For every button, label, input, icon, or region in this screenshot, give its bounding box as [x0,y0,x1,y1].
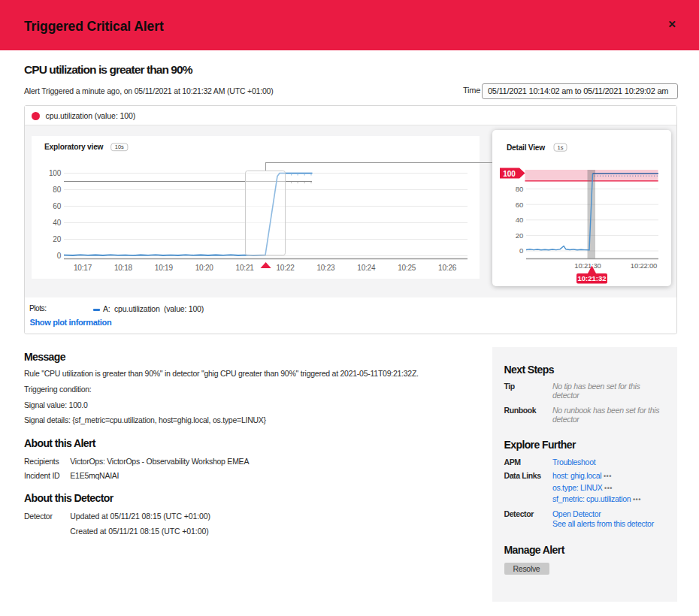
svg-text:10s: 10s [115,143,124,150]
svg-text:20: 20 [53,235,61,243]
svg-text:40: 40 [53,219,61,227]
svg-text:10:22:00: 10:22:00 [631,261,657,270]
svg-text:10:21:30: 10:21:30 [574,261,601,270]
svg-text:0: 0 [57,252,62,260]
svg-text:0: 0 [519,246,523,255]
svg-text:10:19: 10:19 [155,264,174,272]
svg-text:20: 20 [516,231,523,240]
svg-text:10:26: 10:26 [438,264,457,272]
svg-text:10:25: 10:25 [398,264,416,272]
svg-text:40: 40 [516,216,523,224]
svg-text:10:20: 10:20 [195,264,214,272]
svg-text:80: 80 [516,185,523,193]
svg-text:1s: 1s [558,144,564,151]
svg-text:100: 100 [49,169,62,177]
svg-text:Exploratory view: Exploratory view [44,143,104,151]
svg-text:10:22: 10:22 [276,264,295,272]
svg-text:Detail View: Detail View [507,143,545,152]
svg-text:10:17: 10:17 [74,264,92,272]
svg-text:10:21:32: 10:21:32 [577,274,606,282]
svg-text:80: 80 [53,186,61,194]
svg-text:100: 100 [503,170,516,178]
svg-text:10:23: 10:23 [316,264,335,272]
svg-text:10:18: 10:18 [114,264,133,272]
svg-text:10:24: 10:24 [357,264,376,272]
svg-text:60: 60 [53,202,61,210]
svg-text:60: 60 [516,201,523,209]
svg-text:10:21: 10:21 [236,264,255,272]
